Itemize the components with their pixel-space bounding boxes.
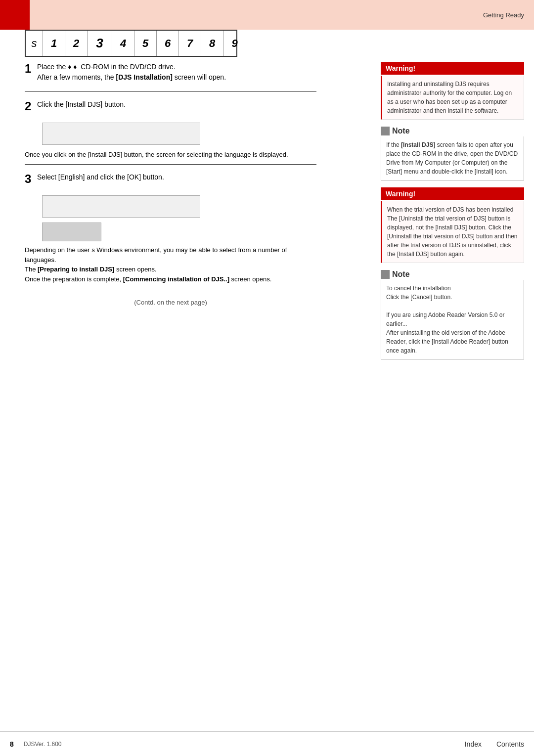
step-nav-s[interactable]: s [26,31,43,56]
top-bar-decoration [0,0,30,30]
footer-index-link[interactable]: Index [465,740,482,748]
step-nav-7[interactable]: 7 [179,31,201,56]
warning-1-content: Installing and uninstalling DJS requires… [381,76,524,120]
note-1-title: Note [392,127,410,135]
note-1-header: Note [381,127,524,135]
warning-2-title: Warning! [381,187,524,200]
step-nav-4[interactable]: 4 [112,31,134,56]
step-3-block: 3 Select [English] and click the [OK] bu… [25,172,316,186]
step-nav-6[interactable]: 6 [157,31,179,56]
note-2-icon [381,270,390,279]
step-nav-2[interactable]: 2 [65,31,88,56]
note-2-header: Note [381,270,524,279]
step-nav-3[interactable]: 3 [88,31,112,56]
footer: 8 DJSVer. 1.600 Index Contents [0,731,534,756]
step-nav-5[interactable]: 5 [134,31,157,56]
step-nav-8[interactable]: 8 [201,31,223,56]
step-1-number: 1 [25,62,31,76]
step-navigation: s 1 2 3 4 5 6 7 8 9 [25,30,237,57]
step-3-subtext: Depending on the user s Windows environm… [25,245,316,284]
step-2-screenshot [42,123,200,145]
note-1-content: If the [Install DJS] screen fails to ope… [381,136,524,180]
sidebar: Warning! Installing and uninstalling DJS… [381,62,524,726]
note-1-icon [381,127,390,135]
step-2-number: 2 [25,99,31,114]
step-2-caption: Once you click on the [Install DJS] butt… [25,150,316,160]
step-nav-9[interactable]: 9 [223,31,246,56]
header-title: Getting Ready [483,11,524,19]
main-content: 1 Place the ♦ ♦ CD-ROM in the DVD/CD dri… [25,62,316,726]
divider-2 [25,164,316,165]
footer-contents-link[interactable]: Contents [496,740,524,748]
step-2-screenshot-section [42,123,316,145]
step-3-screenshot-large [42,195,200,218]
footer-links: Index Contents [465,740,524,748]
step-3-screenshot-section [42,195,316,241]
contd-text: (Contd. on the next page) [25,299,316,306]
step-2-block: 2 Click the [Install DJS] button. [25,99,316,114]
footer-page-number: 8 [10,740,14,748]
step-2-text: Click the [Install DJS] button. [37,99,307,110]
warning-2-content: When the trial version of DJS has been i… [381,201,524,263]
header: Getting Ready [0,0,534,30]
divider-1 [25,91,316,92]
step-1-block: 1 Place the ♦ ♦ CD-ROM in the DVD/CD dri… [25,62,316,83]
footer-version: DJSVer. 1.600 [24,741,62,748]
step-1-text: Place the ♦ ♦ CD-ROM in the DVD/CD drive… [37,62,307,83]
note-2-title: Note [392,270,410,279]
step-3-number: 3 [25,172,31,186]
step-nav-1[interactable]: 1 [43,31,65,56]
note-2-content: To cancel the installation Click the [Ca… [381,280,524,359]
warning-1-title: Warning! [381,62,524,75]
step-3-text: Select [English] and click the [OK] butt… [37,172,307,182]
step-3-screenshot-small [42,222,101,241]
